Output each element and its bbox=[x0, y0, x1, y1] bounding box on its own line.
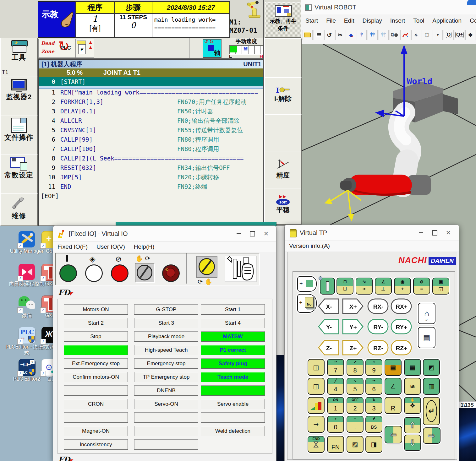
key-8[interactable]: ↗8 bbox=[347, 359, 364, 376]
program-line-10[interactable]: 10JMP[5]FN20;步骤转移 bbox=[39, 172, 264, 182]
program-line-4[interactable]: 4ALLCLRFN0;输出信号全部清除 bbox=[39, 116, 264, 125]
high-speed-teach-button[interactable]: High-speed Teach bbox=[134, 345, 198, 355]
sidebar-item-3[interactable]: 文件操作 bbox=[0, 116, 38, 155]
jog-key-X-[interactable]: X- bbox=[318, 298, 340, 314]
menu-tool[interactable]: Tool bbox=[413, 17, 424, 24]
zoom-window-icon[interactable]: Q bbox=[444, 30, 454, 40]
menu-display[interactable]: Display bbox=[363, 17, 382, 24]
close-button[interactable]: ✕ bbox=[441, 228, 455, 237]
program-check-key[interactable]: ◩ bbox=[423, 359, 440, 376]
interp-key[interactable]: ⇝ bbox=[308, 416, 325, 433]
menu-user-io-v-[interactable]: User IO(V) bbox=[96, 243, 125, 250]
frame-ghost-icon[interactable]: ⤉⇡ bbox=[379, 30, 389, 40]
plc-button[interactable]: ↻ PLC bbox=[57, 39, 76, 58]
stop-list-key[interactable]: ⊘≡ bbox=[413, 278, 430, 295]
sidebar-item-5[interactable]: 维修 bbox=[0, 193, 38, 226]
ext-emergency-stop-button[interactable]: Ext.Emergency stop bbox=[64, 358, 128, 369]
key-1[interactable]: ON1 bbox=[327, 397, 344, 414]
smooth-button[interactable]: ▶▶soft平稳 bbox=[264, 188, 302, 225]
key-4[interactable]: ╱4 bbox=[327, 378, 344, 395]
servo-enable-button[interactable]: Servo enable bbox=[201, 399, 265, 409]
menu-edit[interactable]: Edit bbox=[344, 17, 354, 24]
io-blank-button[interactable] bbox=[134, 439, 198, 450]
maximize-button[interactable] bbox=[245, 229, 259, 238]
sidebar-item-2[interactable]: 监视器2 bbox=[0, 77, 38, 116]
emergency-stop-button[interactable]: ⟲ bbox=[162, 264, 180, 282]
program-line-8[interactable]: 8CALLP[2](L_Seek========================… bbox=[39, 154, 264, 163]
tp-screen-key[interactable]: ▥ bbox=[423, 378, 440, 395]
jog-key-Z-[interactable]: Z- bbox=[318, 339, 340, 356]
jog-key-Z+[interactable]: Z+ bbox=[342, 339, 364, 356]
selection-cut-icon[interactable]: ◌✕ bbox=[411, 30, 421, 40]
key-5[interactable]: ∿5 bbox=[347, 378, 364, 395]
matsw-button[interactable]: MATSW bbox=[201, 331, 265, 342]
window-change-key[interactable]: + bbox=[297, 276, 317, 292]
page-key[interactable]: +No bbox=[297, 294, 317, 313]
enter-key[interactable]: ↵ bbox=[423, 397, 440, 425]
coord-system-key[interactable]: ∠⊥ bbox=[375, 278, 392, 295]
teach-mode-button[interactable]: 示教 bbox=[38, 1, 76, 38]
start-3-button[interactable]: Start 3 bbox=[134, 318, 198, 328]
key-.[interactable]: −. bbox=[347, 416, 364, 433]
io-blank-button[interactable] bbox=[64, 345, 128, 355]
axis-op-key[interactable]: ∠ bbox=[385, 378, 402, 395]
g-stop-button[interactable]: G-STOP bbox=[134, 304, 198, 315]
breaker-a-key[interactable]: ◫ bbox=[308, 359, 325, 376]
jog-key-RY-[interactable]: RY- bbox=[367, 318, 389, 335]
end-key[interactable]: END⋈ bbox=[308, 436, 325, 453]
blank-2[interactable] bbox=[264, 114, 302, 151]
enable-grip-icon[interactable] bbox=[224, 255, 257, 282]
motors-on-button[interactable]: Motors-ON bbox=[64, 304, 128, 315]
pages-key[interactable]: ◨ bbox=[365, 436, 382, 453]
program-upload-button[interactable]: P ▲▲ bbox=[75, 39, 94, 58]
minimize-button[interactable] bbox=[414, 228, 428, 237]
program-line-1[interactable]: 1REM[“main loading work=================… bbox=[39, 88, 264, 97]
io-blank-button[interactable] bbox=[201, 385, 265, 396]
blank-1[interactable] bbox=[264, 38, 302, 78]
io-blank-button[interactable] bbox=[64, 385, 128, 396]
jog-key-RZ-[interactable]: RZ- bbox=[367, 339, 389, 356]
menu-insert[interactable]: Insert bbox=[390, 17, 405, 24]
overlap-key[interactable]: ▦ bbox=[404, 359, 421, 376]
safety-plug-button[interactable]: Safety plug bbox=[201, 358, 265, 369]
program-line-2[interactable]: 2FORKMCR[1,3]FN670;用户任务程序起动 bbox=[39, 97, 264, 106]
overlap-shift-key[interactable]: ▤ bbox=[385, 359, 402, 376]
view-cube-icon[interactable]: ⬡ bbox=[422, 30, 432, 40]
accuracy-button[interactable]: 精度 bbox=[264, 151, 302, 188]
key-7[interactable]: ⇀7 bbox=[327, 359, 344, 376]
weld-detection-button[interactable]: Weld detection bbox=[201, 426, 265, 436]
desktop-icon-jy[interactable]: Ж↗ bbox=[41, 327, 53, 343]
speed-key[interactable] bbox=[308, 397, 325, 414]
menu-help-h-[interactable]: Help(H) bbox=[134, 243, 154, 250]
frame-single-icon[interactable]: ⤉ bbox=[357, 30, 367, 40]
program-line-0[interactable]: 0[START] bbox=[39, 77, 264, 88]
open-icon[interactable] bbox=[303, 30, 313, 40]
jog-key-RX+[interactable]: RX+ bbox=[390, 298, 412, 314]
axis-jog-button[interactable]: ↺ ↻ 轴 bbox=[203, 39, 222, 58]
key-r[interactable]: R bbox=[385, 397, 402, 414]
key-3[interactable]: ↻3 bbox=[365, 397, 382, 414]
maximize-button[interactable] bbox=[428, 228, 441, 237]
jog-key-Y+[interactable]: Y+ bbox=[342, 318, 364, 335]
inconsistency-button[interactable]: Inconsistency bbox=[64, 439, 128, 450]
cycle-lamp-button[interactable] bbox=[85, 264, 103, 282]
jog-key-RY+[interactable]: RY+ bbox=[390, 318, 412, 335]
key-6[interactable]: ⊸6 bbox=[365, 378, 382, 395]
menu-fixed-io-f-[interactable]: Fixed IO(F) bbox=[57, 243, 88, 250]
io-blank-button[interactable] bbox=[64, 412, 128, 423]
version-info-menu[interactable]: Version info.(A) bbox=[289, 242, 330, 249]
start-2-button[interactable]: Start 2 bbox=[64, 318, 128, 328]
program-line-7[interactable]: 7CALLP[100]FN80;程序调用 bbox=[39, 144, 264, 154]
p1-correct-button[interactable]: P1 correct bbox=[201, 345, 265, 355]
desktop-icon-gx[interactable]: ↗ bbox=[41, 296, 53, 312]
power-key[interactable] bbox=[320, 278, 335, 295]
teach-mode-button[interactable]: Teach mode bbox=[201, 372, 265, 382]
program-line-6[interactable]: 6CALLP[99]FN80;程序调用 bbox=[39, 135, 264, 144]
pan-view-icon[interactable]: ✥ bbox=[465, 30, 475, 40]
search-key[interactable]: ⌂⌕ bbox=[418, 303, 435, 324]
undo-icon[interactable]: ↺ bbox=[324, 30, 334, 40]
view-dropdown-icon[interactable]: ▼ bbox=[433, 30, 443, 40]
program-line-3[interactable]: 3DELAY[0.1]FN50;计时器 bbox=[39, 106, 264, 116]
hands-key[interactable]: ≋ bbox=[404, 378, 421, 395]
object-drop-icon[interactable]: ⧉⚫ bbox=[390, 30, 400, 40]
